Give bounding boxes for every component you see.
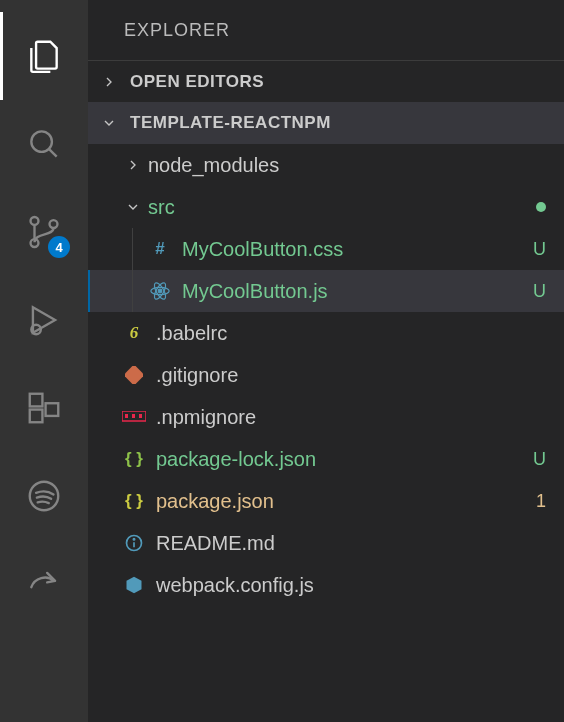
files-icon [25,37,63,75]
panel-title: EXPLORER [88,0,564,60]
activity-explorer[interactable] [0,12,88,100]
file-gitignore[interactable]: .gitignore [88,354,564,396]
file-webpack-config[interactable]: webpack.config.js [88,564,564,606]
webpack-icon [122,573,146,597]
git-status-untracked: U [533,239,546,260]
svg-marker-22 [127,577,142,594]
svg-line-1 [49,149,57,157]
activity-source-control[interactable]: 4 [0,188,88,276]
file-label: .babelrc [156,322,546,345]
file-label: webpack.config.js [156,574,546,597]
explorer-sidebar: EXPLORER OPEN EDITORS TEMPLATE-REACTNPM … [88,0,564,722]
react-icon [148,279,172,303]
git-status-modified: 1 [536,491,546,512]
activity-debug[interactable] [0,276,88,364]
folder-label: src [148,196,536,219]
file-label: .gitignore [156,364,546,387]
svg-rect-8 [46,403,59,416]
file-tree: node_modules src # MyCoolButton.css U My… [88,144,564,722]
activity-search[interactable] [0,100,88,188]
svg-point-0 [31,131,52,152]
babel-icon: 6 [122,321,146,345]
chevron-down-icon [122,196,144,218]
svg-rect-17 [132,414,135,418]
svg-point-2 [31,217,39,225]
file-label: package-lock.json [156,448,523,471]
folder-label: node_modules [148,154,546,177]
svg-point-4 [50,220,58,228]
indent-guide [132,228,133,270]
folder-node-modules[interactable]: node_modules [88,144,564,186]
svg-rect-18 [139,414,142,418]
activity-spotify[interactable] [0,452,88,540]
json-icon: { } [122,489,146,513]
info-icon [122,531,146,555]
file-npmignore[interactable]: .npmignore [88,396,564,438]
file-label: package.json [156,490,526,513]
svg-rect-6 [30,394,43,407]
extensions-icon [25,389,63,427]
section-open-editors[interactable]: OPEN EDITORS [88,60,564,102]
git-status-dot [536,202,546,212]
file-package-json[interactable]: { } package.json 1 [88,480,564,522]
file-mycoolbutton-js[interactable]: MyCoolButton.js U [88,270,564,312]
file-label: MyCoolButton.js [182,280,523,303]
section-label: OPEN EDITORS [130,72,264,92]
chevron-right-icon [122,154,144,176]
section-project[interactable]: TEMPLATE-REACTNPM [88,102,564,144]
json-icon: { } [122,447,146,471]
share-icon [25,565,63,603]
chevron-right-icon [98,71,120,93]
section-label: TEMPLATE-REACTNPM [130,113,331,133]
search-icon [25,125,63,163]
npm-icon [122,405,146,429]
spotify-icon [25,477,63,515]
svg-point-21 [133,539,134,540]
folder-src[interactable]: src [88,186,564,228]
svg-rect-16 [125,414,128,418]
file-label: MyCoolButton.css [182,238,523,261]
svg-rect-14 [125,366,143,384]
activity-bar: 4 [0,0,88,722]
chevron-down-icon [98,112,120,134]
git-status-untracked: U [533,281,546,302]
svg-point-10 [158,289,162,293]
file-label: .npmignore [156,406,546,429]
file-readme[interactable]: README.md [88,522,564,564]
file-package-lock[interactable]: { } package-lock.json U [88,438,564,480]
file-babelrc[interactable]: 6 .babelrc [88,312,564,354]
activity-live-share[interactable] [0,540,88,628]
git-icon [122,363,146,387]
play-bug-icon [25,301,63,339]
file-label: README.md [156,532,546,555]
svg-rect-7 [30,410,43,423]
activity-extensions[interactable] [0,364,88,452]
scm-badge: 4 [48,236,70,258]
indent-guide [132,270,133,312]
css-icon: # [148,237,172,261]
git-status-untracked: U [533,449,546,470]
file-mycoolbutton-css[interactable]: # MyCoolButton.css U [88,228,564,270]
